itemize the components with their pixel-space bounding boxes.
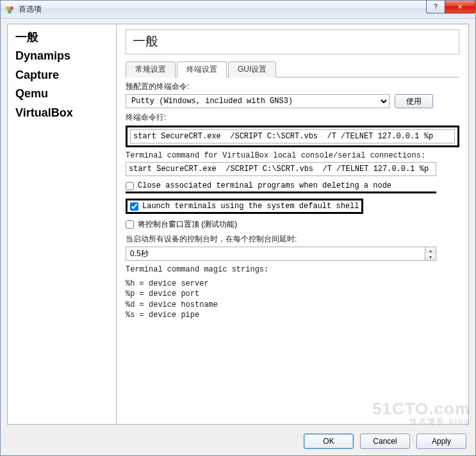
terminal-cmdline-label: 终端命令行: bbox=[126, 112, 459, 123]
main-panel: 一般 常规设置 终端设置 GUI设置 预配置的终端命令: Putty (Wind… bbox=[117, 24, 468, 424]
sidebar-item-qemu[interactable]: Qemu bbox=[14, 85, 110, 103]
cancel-button[interactable]: Cancel bbox=[360, 434, 410, 449]
section-title: 一般 bbox=[133, 33, 452, 50]
tab-gui-settings[interactable]: GUI设置 bbox=[228, 61, 276, 77]
preconfig-terminal-label: 预配置的终端命令: bbox=[126, 81, 459, 92]
delay-input[interactable] bbox=[126, 247, 425, 261]
delay-spinner: ▲ ▼ bbox=[126, 247, 436, 261]
sidebar-item-label: VirtualBox bbox=[15, 106, 73, 119]
console-top-checkbox[interactable] bbox=[126, 220, 134, 229]
launch-shell-label: Launch terminals using the system defaul… bbox=[142, 202, 359, 211]
preferences-window: 首选项 ? ✕ 一般 Dynamips Capture Qemu Virtual… bbox=[0, 0, 476, 456]
close-terminals-checkbox[interactable] bbox=[126, 182, 134, 190]
sidebar-item-label: Qemu bbox=[15, 87, 48, 100]
sidebar-item-label: Dynamips bbox=[15, 49, 70, 62]
console-top-label: 将控制台窗口置顶 (测试功能) bbox=[138, 219, 237, 230]
svg-point-0 bbox=[6, 6, 10, 10]
delay-label: 当启动所有设备的控制台时，在每个控制台间延时: bbox=[126, 234, 459, 245]
preconfig-terminal-select[interactable]: Putty (Windows, included with GNS3) bbox=[126, 94, 390, 108]
vbox-cmd-input[interactable] bbox=[126, 162, 436, 176]
tab-label: 终端设置 bbox=[186, 65, 217, 74]
apply-button[interactable]: Apply bbox=[416, 434, 466, 449]
client-area: 一般 Dynamips Capture Qemu VirtualBox 一般 常… bbox=[7, 24, 469, 425]
section-title-box: 一般 bbox=[126, 29, 459, 54]
highlight-launch-box: Launch terminals using the system defaul… bbox=[126, 199, 363, 214]
console-top-row: 将控制台窗口置顶 (测试功能) bbox=[126, 219, 459, 230]
sidebar-item-general[interactable]: 一般 bbox=[14, 28, 110, 47]
sidebar-item-virtualbox[interactable]: VirtualBox bbox=[14, 104, 110, 122]
spin-buttons: ▲ ▼ bbox=[425, 247, 436, 261]
magic-strings-heading: Terminal command magic strings: bbox=[126, 265, 459, 275]
sidebar-item-dynamips[interactable]: Dynamips bbox=[14, 47, 110, 65]
dialog-buttons: OK Cancel Apply bbox=[304, 434, 466, 449]
close-terminals-label: Close associated terminal programs when … bbox=[138, 181, 391, 190]
launch-shell-checkbox[interactable] bbox=[130, 202, 138, 211]
highlight-cmdline-box bbox=[126, 126, 459, 147]
magic-strings-body: %h = device server %p = device port %d =… bbox=[126, 279, 459, 320]
close-button[interactable]: ✕ bbox=[445, 1, 475, 13]
sidebar: 一般 Dynamips Capture Qemu VirtualBox bbox=[8, 24, 117, 424]
close-terminals-row: Close associated terminal programs when … bbox=[126, 181, 436, 193]
sidebar-item-capture[interactable]: Capture bbox=[14, 66, 110, 85]
sidebar-item-label: 一般 bbox=[15, 31, 38, 44]
terminal-cmdline-input[interactable] bbox=[130, 129, 455, 143]
window-title: 首选项 bbox=[19, 4, 42, 15]
titlebar: 首选项 ? ✕ bbox=[1, 1, 475, 19]
preconfig-row: Putty (Windows, included with GNS3) 使用 bbox=[126, 94, 459, 108]
spin-up-icon[interactable]: ▲ bbox=[425, 247, 436, 254]
help-button[interactable]: ? bbox=[426, 1, 445, 13]
svg-point-2 bbox=[8, 10, 12, 13]
window-buttons: ? ✕ bbox=[427, 1, 475, 13]
tab-general-settings[interactable]: 常规设置 bbox=[126, 61, 176, 77]
tab-label: 常规设置 bbox=[135, 65, 166, 74]
ok-button[interactable]: OK bbox=[304, 434, 354, 449]
tabs: 常规设置 终端设置 GUI设置 bbox=[126, 61, 459, 77]
tab-terminal-settings[interactable]: 终端设置 bbox=[177, 61, 227, 77]
svg-point-1 bbox=[10, 6, 13, 10]
vbox-cmd-label: Terminal command for VirtualBox local co… bbox=[126, 151, 459, 160]
tab-label: GUI设置 bbox=[238, 65, 267, 74]
spin-down-icon[interactable]: ▼ bbox=[425, 254, 436, 260]
use-button[interactable]: 使用 bbox=[395, 94, 433, 108]
sidebar-item-label: Capture bbox=[15, 69, 59, 81]
launch-shell-row: Launch terminals using the system defaul… bbox=[130, 202, 359, 211]
app-icon bbox=[4, 4, 15, 15]
